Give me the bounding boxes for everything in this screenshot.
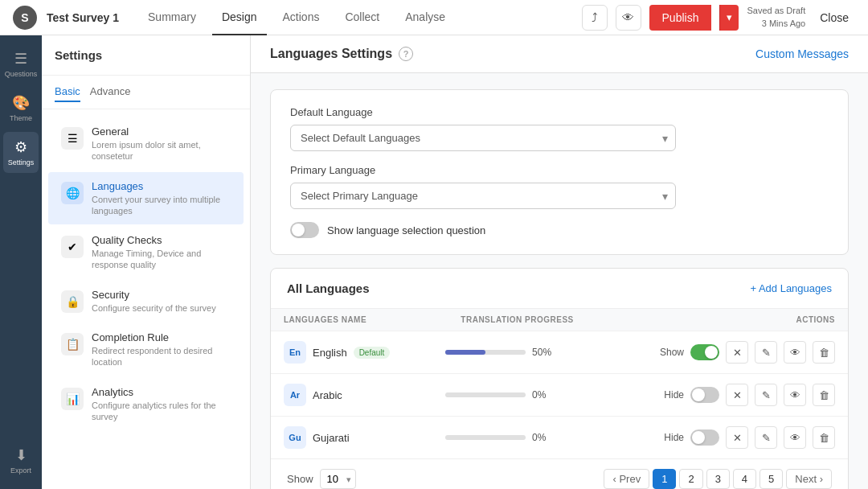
add-languages-button[interactable]: + Add Languages: [750, 282, 832, 294]
table-row: ArArabic0% Hide ✕ ✎ 👁 🗑: [271, 374, 848, 417]
prev-page-button[interactable]: ‹ Prev: [604, 469, 649, 489]
excel-export-icon-0[interactable]: ✕: [726, 341, 748, 364]
primary-language-select[interactable]: Select Primary Language English Arabic G…: [290, 183, 676, 209]
survey-title: Test Survey 1: [47, 11, 119, 24]
delete-lang-icon-2[interactable]: 🗑: [813, 426, 835, 449]
default-badge: Default: [354, 347, 391, 359]
show-hide-label-2: Hide: [664, 432, 684, 443]
sidebar-item-export[interactable]: ⬇ Export: [3, 440, 39, 481]
lang-name-cell-2: GuGujarati: [271, 417, 432, 459]
page-5-button[interactable]: 5: [760, 469, 783, 489]
primary-language-wrapper: Select Primary Language English Arabic G…: [290, 183, 676, 209]
content-header: Languages Settings ? Custom Messages: [251, 35, 868, 73]
col-languages-name: Languages Name: [271, 309, 432, 331]
completion-icon: 📋: [61, 333, 84, 355]
menu-item-languages[interactable]: 🌐 Languages Convert your survey into mul…: [48, 172, 244, 225]
app-logo: S: [13, 6, 37, 30]
preview-lang-icon-2[interactable]: 👁: [784, 426, 806, 449]
next-page-button[interactable]: Next ›: [786, 469, 832, 489]
page-3-button[interactable]: 3: [706, 469, 730, 489]
lang-progress-cell-2: 0%: [432, 417, 602, 459]
menu-item-analytics[interactable]: 📊 Analytics Configure analytics rules fo…: [48, 378, 244, 431]
lang-code-1: Ar: [284, 384, 306, 406]
tab-actions[interactable]: Actions: [273, 0, 330, 35]
default-language-select[interactable]: Select Default Languages English Arabic …: [290, 125, 676, 151]
delete-lang-icon-1[interactable]: 🗑: [813, 384, 835, 406]
security-icon: 🔒: [61, 290, 84, 313]
menu-item-quality[interactable]: ✔ Quality Checks Manage Timing, Device a…: [48, 226, 244, 279]
menu-item-completion[interactable]: 📋 Completion Rule Redirect respondent to…: [48, 323, 244, 376]
lang-visibility-toggle-0[interactable]: [690, 344, 719, 360]
page-1-button[interactable]: 1: [653, 469, 676, 489]
sidebar-item-questions[interactable]: ☰ Questions: [3, 43, 39, 84]
help-icon[interactable]: ?: [399, 47, 413, 61]
close-button[interactable]: Close: [813, 8, 855, 27]
lang-actions-cell-1: Hide ✕ ✎ 👁 🗑: [602, 374, 848, 417]
lang-visibility-toggle-2[interactable]: [690, 429, 719, 446]
col-actions: Actions: [602, 309, 848, 331]
security-desc: Configure security of the survey: [92, 302, 231, 314]
general-icon: ☰: [61, 127, 84, 150]
settings-icon: ⚙: [14, 138, 27, 156]
publish-dropdown-button[interactable]: ▾: [719, 5, 739, 31]
delete-lang-icon-0[interactable]: 🗑: [813, 341, 835, 364]
settings-tabs: Basic Advance: [42, 76, 250, 109]
per-page-select[interactable]: 10 25 50: [320, 469, 356, 489]
lang-name-2: Gujarati: [313, 432, 350, 444]
tab-analyse[interactable]: Analyse: [395, 0, 455, 35]
edit-icon-2[interactable]: ✎: [755, 426, 777, 449]
all-languages-section: All Languages + Add Languages Languages …: [270, 268, 849, 489]
languages-settings-title: Languages Settings: [270, 47, 392, 61]
share-icon[interactable]: ⤴: [582, 5, 608, 31]
edit-icon-1[interactable]: ✎: [755, 384, 777, 406]
lang-code-2: Gu: [284, 426, 306, 449]
tab-summary[interactable]: Summary: [138, 0, 206, 35]
preview-lang-icon-0[interactable]: 👁: [784, 341, 806, 364]
quality-desc: Manage Timing, Device and response quali…: [92, 248, 231, 271]
lang-code-0: En: [284, 341, 306, 364]
completion-title: Completion Rule: [92, 331, 231, 343]
progress-pct-0: 50%: [532, 347, 551, 358]
quality-title: Quality Checks: [92, 234, 231, 246]
tab-collect[interactable]: Collect: [335, 0, 389, 35]
analytics-desc: Configure analytics rules for the survey: [92, 400, 231, 423]
content-body: Default Language Select Default Language…: [251, 73, 868, 489]
excel-export-icon-2[interactable]: ✕: [726, 426, 748, 449]
lang-actions-cell-0: Show ✕ ✎ 👁 🗑: [602, 331, 848, 374]
progress-pct-1: 0%: [532, 389, 546, 401]
menu-item-general[interactable]: ☰ General Lorem ipsum dolor sit amet, co…: [48, 117, 244, 171]
page-2-button[interactable]: 2: [679, 469, 702, 489]
edit-icon-0[interactable]: ✎: [755, 341, 777, 364]
preview-lang-icon-1[interactable]: 👁: [784, 384, 806, 406]
show-language-toggle[interactable]: [290, 222, 319, 238]
tab-advance[interactable]: Advance: [90, 82, 131, 102]
lang-progress-cell-0: 50%: [432, 331, 602, 374]
top-nav: S Test Survey 1 Summary Design Actions C…: [0, 0, 868, 35]
tab-basic[interactable]: Basic: [55, 82, 80, 102]
show-language-toggle-row: Show language selection question: [290, 222, 829, 238]
general-title: General: [92, 125, 231, 138]
analytics-icon: 📊: [61, 388, 84, 410]
lang-visibility-toggle-1[interactable]: [690, 387, 719, 403]
excel-export-icon-1[interactable]: ✕: [726, 384, 748, 406]
settings-menu: ☰ General Lorem ipsum dolor sit amet, co…: [42, 109, 250, 489]
progress-bar-0: [445, 350, 526, 355]
saved-info: Saved as Draft 3 Mins Ago: [747, 5, 805, 30]
sidebar-item-settings[interactable]: ⚙ Settings: [3, 132, 39, 173]
menu-item-security[interactable]: 🔒 Security Configure security of the sur…: [48, 281, 244, 322]
icon-sidebar: ☰ Questions 🎨 Theme ⚙ Settings ⬇ Export: [0, 35, 42, 489]
sidebar-item-theme[interactable]: 🎨 Theme: [3, 88, 39, 129]
languages-icon: 🌐: [61, 182, 84, 204]
page-4-button[interactable]: 4: [733, 469, 756, 489]
publish-button[interactable]: Publish: [649, 5, 712, 31]
show-label: Show: [287, 473, 313, 485]
lang-name-1: Arabic: [313, 389, 342, 401]
completion-desc: Redirect respondent to desired location: [92, 345, 231, 368]
show-per-page: Show 10 25 50 ▾: [287, 469, 356, 489]
default-language-label: Default Language: [290, 106, 829, 118]
preview-icon[interactable]: 👁: [616, 5, 641, 31]
nav-tabs: Summary Design Actions Collect Analyse: [138, 0, 582, 35]
tab-design[interactable]: Design: [212, 0, 267, 35]
progress-bar-2: [445, 435, 526, 440]
custom-messages-button[interactable]: Custom Messages: [755, 47, 849, 60]
